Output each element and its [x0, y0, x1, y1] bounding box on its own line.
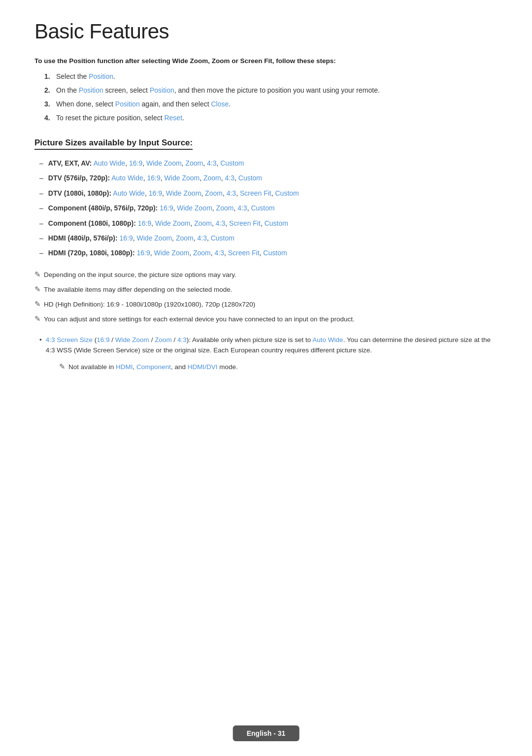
- picture-sizes-title: Picture Sizes available by Input Source:: [34, 138, 193, 150]
- note-1: ✎ Depending on the input source, the pic…: [34, 269, 498, 280]
- note-4: ✎ You can adjust and store settings for …: [34, 313, 498, 325]
- step-1-text: Select the Position.: [56, 71, 115, 82]
- source-hdmi2: HDMI (720p, 1080i, 1080p): 16:9, Wide Zo…: [39, 247, 498, 258]
- custom-6[interactable]: Custom: [211, 234, 234, 242]
- footer-label: English - 31: [233, 725, 299, 741]
- step-4-num: 4.: [44, 113, 53, 123]
- note-3: ✎ HD (High Definition): 16:9 - 1080i/108…: [34, 298, 498, 310]
- page-title: Basic Features: [34, 20, 498, 43]
- wide-zoom-6[interactable]: Wide Zoom: [137, 234, 172, 242]
- auto-wide-2[interactable]: Auto Wide: [111, 174, 143, 182]
- 4-3-b[interactable]: 4:3: [177, 336, 187, 344]
- wide-zoom-7[interactable]: Wide Zoom: [154, 249, 190, 257]
- sub-note-text: Not available in HDMI, Component, and HD…: [68, 362, 238, 373]
- position-link-1[interactable]: Position: [89, 72, 113, 80]
- notes-list: ✎ Depending on the input source, the pic…: [34, 269, 498, 325]
- hdmi-link[interactable]: HDMI: [116, 363, 133, 371]
- note-icon-4: ✎: [34, 313, 41, 325]
- step-2: 2. On the Position screen, select Positi…: [44, 85, 498, 96]
- source-dtv1: DTV (576i/p, 720p): Auto Wide, 16:9, Wid…: [39, 172, 498, 183]
- auto-wide-b[interactable]: Auto Wide: [312, 336, 343, 344]
- custom-3[interactable]: Custom: [275, 189, 299, 197]
- source-hdmi1-text: HDMI (480i/p, 576i/p): 16:9, Wide Zoom, …: [48, 233, 234, 243]
- 16-9-2[interactable]: 16:9: [147, 174, 161, 182]
- position-link-2[interactable]: Position: [79, 86, 103, 94]
- step-1-num: 1.: [44, 71, 53, 82]
- source-comp2: Component (1080i, 1080p): 16:9, Wide Zoo…: [39, 218, 498, 229]
- wide-zoom-5[interactable]: Wide Zoom: [155, 219, 191, 227]
- step-3-text: When done, select Position again, and th…: [56, 99, 231, 109]
- step-4: 4. To reset the picture position, select…: [44, 113, 498, 123]
- source-comp1: Component (480i/p, 576i/p, 720p): 16:9, …: [39, 203, 498, 213]
- screen-fit-2[interactable]: Screen Fit: [229, 219, 261, 227]
- wide-zoom-3[interactable]: Wide Zoom: [166, 189, 201, 197]
- source-atv-text: ATV, EXT, AV: Auto Wide, 16:9, Wide Zoom…: [48, 158, 244, 169]
- zoom-3[interactable]: Zoom: [205, 189, 223, 197]
- note-4-text: You can adjust and store settings for ea…: [44, 314, 355, 325]
- instruction-heading: To use the Position function after selec…: [34, 57, 498, 65]
- note-2: ✎ The available items may differ dependi…: [34, 283, 498, 295]
- position-link-4[interactable]: Position: [115, 100, 140, 108]
- screen-size-link[interactable]: 4:3 Screen Size: [46, 336, 93, 344]
- source-dtv1-text: DTV (576i/p, 720p): Auto Wide, 16:9, Wid…: [48, 172, 262, 183]
- 16-9-5[interactable]: 16:9: [138, 219, 151, 227]
- source-dtv2: DTV (1080i, 1080p): Auto Wide, 16:9, Wid…: [39, 188, 498, 199]
- 4-3-2[interactable]: 4:3: [225, 174, 234, 182]
- note-icon-2: ✎: [34, 283, 41, 295]
- 16-9-4[interactable]: 16:9: [160, 204, 173, 212]
- source-comp1-text: Component (480i/p, 576i/p, 720p): 16:9, …: [48, 203, 275, 213]
- note-2-text: The available items may differ depending…: [44, 284, 232, 295]
- zoom-4[interactable]: Zoom: [216, 204, 234, 212]
- 16-9-3[interactable]: 16:9: [149, 189, 162, 197]
- custom-2[interactable]: Custom: [238, 174, 262, 182]
- step-1: 1. Select the Position.: [44, 71, 498, 82]
- custom-5[interactable]: Custom: [265, 219, 288, 227]
- 16-9-1[interactable]: 16:9: [129, 159, 142, 167]
- step-2-text: On the Position screen, select Position,…: [56, 85, 380, 96]
- hdmi-dvi-link[interactable]: HDMI/DVI: [188, 363, 218, 371]
- note-3-text: HD (High Definition): 16:9 - 1080i/1080p…: [44, 299, 255, 310]
- wide-zoom-2[interactable]: Wide Zoom: [165, 174, 200, 182]
- 4-3-3[interactable]: 4:3: [227, 189, 236, 197]
- bullet-item-1-text: 4:3 Screen Size (16:9 / Wide Zoom / Zoom…: [46, 335, 498, 356]
- 16-9-7[interactable]: 16:9: [137, 249, 150, 257]
- note-1-text: Depending on the input source, the pictu…: [44, 270, 236, 280]
- auto-wide-3[interactable]: Auto Wide: [113, 189, 145, 197]
- 4-3-6[interactable]: 4:3: [197, 234, 206, 242]
- screen-fit-3[interactable]: Screen Fit: [228, 249, 260, 257]
- zoom-1[interactable]: Zoom: [185, 159, 203, 167]
- auto-wide-1[interactable]: Auto Wide: [94, 159, 126, 167]
- wide-zoom-b[interactable]: Wide Zoom: [115, 336, 149, 344]
- close-link[interactable]: Close: [211, 100, 229, 108]
- wide-zoom-4[interactable]: Wide Zoom: [177, 204, 212, 212]
- source-hdmi2-text: HDMI (720p, 1080i, 1080p): 16:9, Wide Zo…: [48, 247, 287, 258]
- step-3-num: 3.: [44, 99, 53, 109]
- zoom-5[interactable]: Zoom: [194, 219, 212, 227]
- position-link-3[interactable]: Position: [150, 86, 174, 94]
- bullet-item-1: 4:3 Screen Size (16:9 / Wide Zoom / Zoom…: [39, 335, 498, 356]
- zoom-6[interactable]: Zoom: [176, 234, 194, 242]
- steps-list: 1. Select the Position. 2. On the Positi…: [34, 71, 498, 123]
- zoom-7[interactable]: Zoom: [193, 249, 211, 257]
- 4-3-4[interactable]: 4:3: [237, 204, 247, 212]
- zoom-b[interactable]: Zoom: [155, 336, 172, 344]
- sub-note-1: ✎ Not available in HDMI, Component, and …: [39, 361, 498, 373]
- 16-9-b[interactable]: 16:9: [97, 336, 109, 344]
- custom-1[interactable]: Custom: [220, 159, 244, 167]
- source-hdmi1: HDMI (480i/p, 576i/p): 16:9, Wide Zoom, …: [39, 233, 498, 243]
- step-4-text: To reset the picture position, select Re…: [56, 113, 184, 123]
- sub-note-icon: ✎: [59, 361, 66, 373]
- wide-zoom-1[interactable]: Wide Zoom: [146, 159, 182, 167]
- 4-3-5[interactable]: 4:3: [216, 219, 225, 227]
- custom-7[interactable]: Custom: [263, 249, 287, 257]
- 4-3-7[interactable]: 4:3: [215, 249, 224, 257]
- note-icon-1: ✎: [34, 269, 41, 280]
- screen-fit-1[interactable]: Screen Fit: [240, 189, 271, 197]
- zoom-2[interactable]: Zoom: [203, 174, 221, 182]
- reset-link[interactable]: Reset: [164, 114, 182, 122]
- 4-3-1[interactable]: 4:3: [207, 159, 216, 167]
- step-2-num: 2.: [44, 85, 53, 96]
- component-link[interactable]: Component: [136, 363, 171, 371]
- custom-4[interactable]: Custom: [251, 204, 274, 212]
- 16-9-6[interactable]: 16:9: [120, 234, 133, 242]
